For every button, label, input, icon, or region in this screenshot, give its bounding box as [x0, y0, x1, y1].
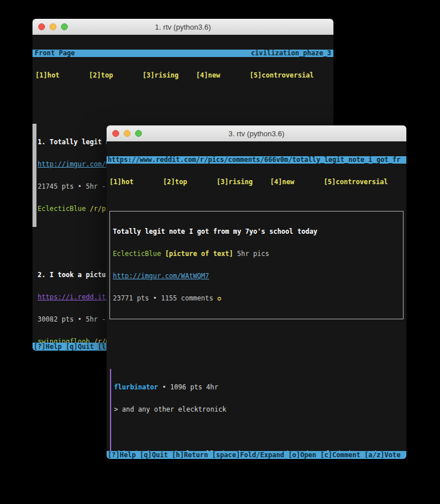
comment[interactable]: flurbinator• 1096 pts 4hr > and any othe… [110, 369, 406, 459]
submission-stats: 23771 pts • 1155 comments [113, 294, 213, 302]
window-titlebar[interactable]: 1. rtv (python3.6) [32, 19, 333, 35]
minimize-icon[interactable] [50, 23, 56, 30]
sort-tabs: [1]hot[2]top[3]rising[4]new[5]controvers… [107, 178, 406, 186]
post-author[interactable]: EclecticBlue [38, 205, 85, 213]
traffic-lights [112, 130, 142, 137]
tab-hot[interactable]: [1]hot [35, 72, 89, 79]
submission-card[interactable]: Totally legit note I got from my 7yo's s… [109, 211, 404, 319]
comment-author[interactable]: flurbinator [114, 383, 158, 391]
desktop-background: 1. rtv (python3.6) Front Page civilizati… [0, 0, 440, 504]
tab-new[interactable]: [4]new [196, 72, 250, 79]
terminal-window-comments: 3. rtv (python3.6) https://www.reddit.co… [107, 125, 406, 459]
window-title: 1. rtv (python3.6) [155, 23, 211, 31]
submission-title: Totally legit note I got from my 7yo's s… [113, 228, 400, 235]
traffic-lights [38, 23, 68, 30]
zoom-icon[interactable] [61, 23, 68, 30]
front-page-label: Front Page [35, 50, 75, 57]
sort-tabs: [1]hot[2]top[3]rising[4]new[5]controvers… [32, 72, 333, 79]
close-icon[interactable] [112, 130, 119, 137]
submission-meta: 5hr pics [237, 250, 269, 258]
terminal-content: https://www.reddit.com/r/pics/comments/6… [107, 141, 406, 459]
comment-thread: flurbinator• 1096 pts 4hr > and any othe… [107, 347, 406, 459]
comment-meta: • 1096 pts 4hr [162, 383, 218, 391]
window-titlebar[interactable]: 3. rtv (python3.6) [107, 125, 406, 142]
tab-controversial[interactable]: [5]controversial [250, 72, 303, 79]
comment-text [114, 428, 406, 436]
post-score: 21745 pts [38, 182, 74, 190]
vote-icon[interactable]: • [78, 315, 82, 323]
submission-author[interactable]: EclecticBlue [113, 250, 161, 258]
window-title: 3. rtv (python3.6) [229, 129, 284, 138]
close-icon[interactable] [38, 23, 45, 30]
subreddit-label: civilization_phaze_3 [251, 50, 331, 57]
tab-rising[interactable]: [3]rising [142, 72, 196, 79]
submission-link[interactable]: http://imgur.com/WAtWQM7 [113, 272, 209, 280]
tab-new[interactable]: [4]new [270, 178, 324, 186]
vote-icon[interactable]: • [78, 182, 82, 190]
tab-rising[interactable]: [3]rising [217, 178, 270, 186]
tab-top[interactable]: [2]top [163, 178, 217, 186]
tab-hot[interactable]: [1]hot [109, 178, 163, 186]
page-header-bar: Front Page civilization_phaze_3 [32, 50, 333, 57]
post-score: 30082 pts [38, 315, 74, 323]
comment-text: > and any other elecktronick [114, 406, 406, 413]
address-bar: https://www.reddit.com/r/pics/comments/6… [107, 156, 406, 164]
zoom-icon[interactable] [135, 130, 142, 137]
gilded-icon: ✪ [217, 294, 221, 302]
status-bar: [?]Help [q]Quit [h]Return [space]Fold/Ex… [107, 451, 406, 459]
minimize-icon[interactable] [124, 130, 131, 137]
submission-flair: [picture of text] [165, 250, 233, 258]
tab-controversial[interactable]: [5]controversial [324, 178, 377, 186]
tab-top[interactable]: [2]top [89, 72, 142, 79]
